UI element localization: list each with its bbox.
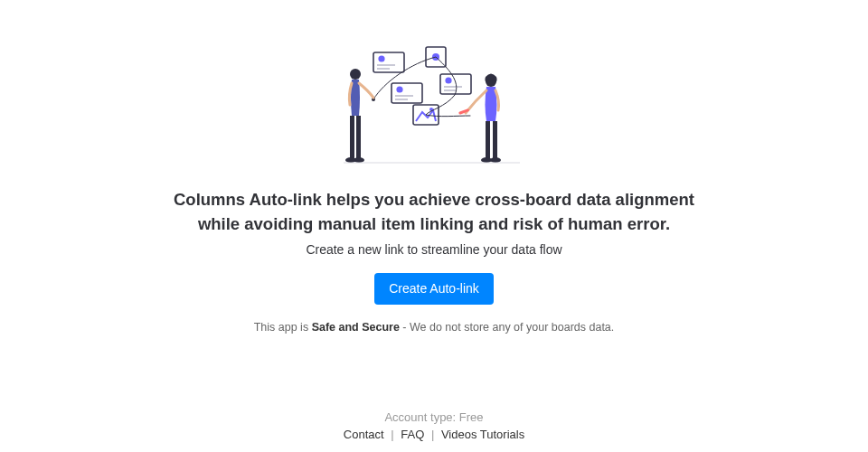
svg-point-17 bbox=[350, 69, 361, 80]
svg-point-26 bbox=[490, 157, 501, 163]
account-type-label: Account type: Free bbox=[0, 410, 868, 424]
footer-link-faq[interactable]: FAQ bbox=[401, 428, 424, 441]
svg-point-1 bbox=[378, 55, 384, 61]
svg-rect-19 bbox=[356, 116, 361, 159]
separator: | bbox=[391, 428, 397, 441]
safe-suffix: - We do not store any of your boards dat… bbox=[400, 321, 614, 334]
onboarding-page: Columns Auto-link helps you achieve cros… bbox=[0, 0, 868, 452]
svg-rect-18 bbox=[350, 116, 354, 159]
create-auto-link-button[interactable]: Create Auto-link bbox=[374, 273, 494, 305]
svg-point-7 bbox=[445, 77, 451, 83]
svg-rect-3 bbox=[377, 68, 390, 70]
svg-rect-12 bbox=[395, 95, 413, 97]
subheadline: Create a new link to streamline your dat… bbox=[306, 242, 561, 257]
footer-link-contact[interactable]: Contact bbox=[344, 428, 384, 441]
svg-rect-23 bbox=[486, 121, 490, 159]
svg-rect-9 bbox=[444, 89, 457, 91]
footer-links: Contact | FAQ | Videos Tutorials bbox=[0, 428, 868, 441]
footer-link-videos[interactable]: Videos Tutorials bbox=[441, 428, 524, 441]
svg-rect-24 bbox=[493, 121, 497, 159]
svg-rect-2 bbox=[377, 64, 395, 66]
safe-secure-note: This app is Safe and Secure - We do not … bbox=[254, 321, 615, 334]
safe-bold: Safe and Secure bbox=[312, 321, 400, 334]
svg-rect-27 bbox=[458, 108, 469, 115]
svg-point-21 bbox=[354, 157, 364, 163]
separator: | bbox=[431, 428, 438, 441]
people-cards-illustration-icon bbox=[339, 45, 529, 172]
svg-rect-8 bbox=[444, 86, 462, 88]
svg-rect-13 bbox=[395, 99, 408, 100]
headline: Columns Auto-link helps you achieve cros… bbox=[174, 188, 694, 237]
hero-illustration bbox=[339, 45, 529, 172]
safe-prefix: This app is bbox=[254, 321, 312, 334]
footer: Account type: Free Contact | FAQ | Video… bbox=[0, 410, 868, 441]
svg-point-11 bbox=[396, 86, 402, 92]
